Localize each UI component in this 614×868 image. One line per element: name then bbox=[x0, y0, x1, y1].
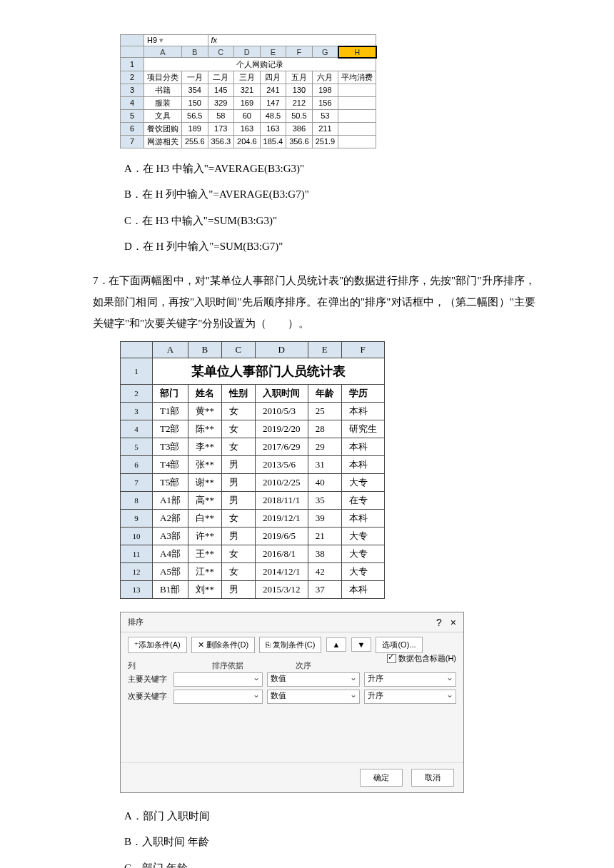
q7-option-b: B．入职时间 年龄 bbox=[124, 832, 535, 852]
option-b: B．在 H 列中输入"=AVERAGE(B3:G7)" bbox=[124, 184, 535, 205]
secondary-key-label: 次要关键字 bbox=[128, 691, 169, 702]
help-icon[interactable]: ? bbox=[436, 617, 442, 628]
ok-button[interactable]: 确定 bbox=[360, 769, 403, 787]
excel-table-1: H9 ▾fx ABCDEFGH 1个人网购记录 2项目分类一月二月三月四月五月六… bbox=[120, 34, 377, 148]
q7-option-a: A．部门 入职时间 bbox=[124, 806, 535, 827]
fx-label: fx bbox=[211, 36, 218, 44]
secondary-key-select[interactable] bbox=[173, 690, 263, 704]
option-d: D．在 H 列中输入"=SUM(B3:G7)" bbox=[124, 236, 535, 257]
cancel-button[interactable]: 取消 bbox=[411, 769, 454, 787]
primary-key-select[interactable] bbox=[173, 672, 263, 687]
hr-table-title: 某单位人事部门人员统计表 bbox=[153, 358, 385, 384]
options-button[interactable]: 选项(O)... bbox=[376, 637, 422, 653]
add-condition-button[interactable]: ⁺添加条件(A) bbox=[128, 637, 187, 653]
primary-basis-select[interactable]: 数值 bbox=[267, 672, 359, 687]
name-box: H9 bbox=[147, 36, 157, 44]
secondary-basis-select[interactable]: 数值 bbox=[267, 690, 359, 704]
close-icon[interactable]: × bbox=[451, 617, 456, 628]
copy-condition-button[interactable]: ⎘ 复制条件(C) bbox=[259, 637, 321, 653]
table1-title: 个人网购记录 bbox=[144, 58, 376, 71]
hr-table: ABCDEF 1某单位人事部门人员统计表 2部门姓名性别入职时间年龄学历 3T1… bbox=[120, 341, 385, 599]
option-a: A．在 H3 中输入"=AVERAGE(B3:G3)" bbox=[124, 158, 535, 179]
move-down-button[interactable]: ▼ bbox=[351, 637, 372, 652]
secondary-order-select[interactable]: 升序 bbox=[364, 690, 456, 704]
q7-option-c: C．部门 年龄 bbox=[124, 858, 535, 869]
sort-dialog: 排序×? ⁺添加条件(A) ✕ 删除条件(D) ⎘ 复制条件(C) ▲ ▼ 选项… bbox=[120, 612, 464, 793]
option-c: C．在 H3 中输入"=SUM(B3:G3)" bbox=[124, 211, 535, 231]
delete-condition-button[interactable]: ✕ 删除条件(D) bbox=[191, 637, 255, 653]
dialog-title: 排序 bbox=[128, 617, 144, 626]
primary-key-label: 主要关键字 bbox=[128, 674, 169, 685]
header-checkbox[interactable] bbox=[387, 654, 396, 663]
question-7: 7．在下面两幅图中，对"某单位人事部门人员统计表"的数据进行排序，先按"部门"升… bbox=[93, 270, 535, 334]
move-up-button[interactable]: ▲ bbox=[326, 637, 347, 652]
primary-order-select[interactable]: 升序 bbox=[364, 672, 456, 687]
